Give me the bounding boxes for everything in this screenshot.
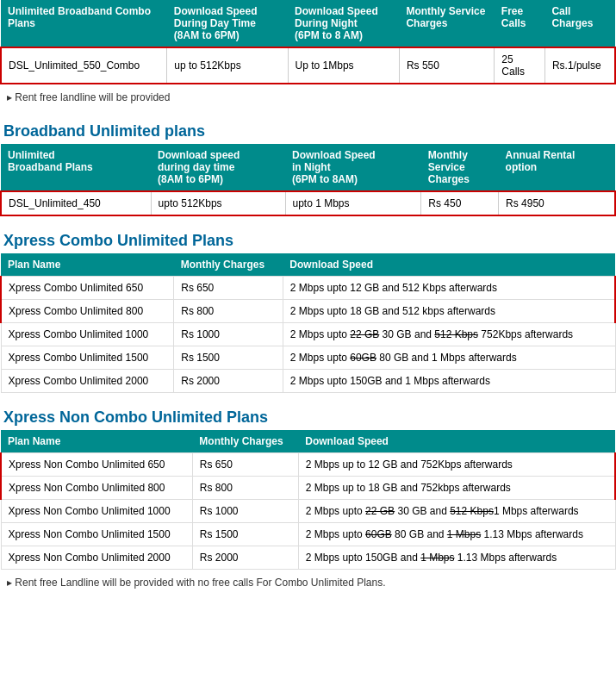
cell-plan: Xpress Non Combo Unlimited 2000 — [1, 546, 192, 570]
cell-free-calls: 25 Calls — [495, 47, 545, 84]
cell-plan: Xpress Non Combo Unlimited 650 — [1, 453, 192, 477]
cell-monthly: Rs 800 — [174, 300, 283, 323]
cell-call-charges: Rs.1/pulse — [544, 47, 615, 84]
strikethrough-text: 60GB — [350, 352, 376, 364]
strikethrough-text: 22 GB — [365, 505, 395, 517]
table-row: Xpress Non Combo Unlimited 1000 Rs 1000 … — [1, 500, 615, 523]
table-row: DSL_Unlimited_450 upto 512Kbps upto 1 Mb… — [1, 191, 615, 215]
cell-plan: Xpress Non Combo Unlimited 1000 — [1, 500, 192, 523]
xpress-combo-title: Xpress Combo Unlimited Plans — [0, 225, 616, 253]
broadband-unlimited-title: Broadband Unlimited plans — [0, 115, 616, 144]
table-row: DSL_Unlimited_550_Combo up to 512Kbps Up… — [1, 47, 615, 84]
cell-monthly: Rs 2000 — [174, 370, 283, 393]
xpress-non-combo-header-row: Plan Name Monthly Charges Download Speed — [1, 430, 615, 453]
cell-monthly: Rs 800 — [192, 477, 298, 500]
cell-plan: Xpress Combo Unlimited 1000 — [1, 323, 174, 346]
page-container: Unlimited Broadband Combo Plans Download… — [0, 0, 616, 592]
header-monthly: Monthly Charges — [192, 430, 298, 453]
cell-monthly: Rs 650 — [174, 277, 283, 300]
broadband-unlimited-table: UnlimitedBroadband Plans Download speedd… — [0, 144, 616, 216]
header-plan-name: Unlimited Broadband Combo Plans — [1, 0, 167, 47]
header-download: Download Speed — [298, 430, 615, 453]
cell-day: upto 512Kbps — [151, 191, 285, 215]
header-night-speed: Download Speed During Night(6PM to 8 AM) — [288, 0, 399, 47]
header-day-speed: Download speedduring day time(8AM to 6PM… — [151, 144, 285, 191]
table-row: Xpress Combo Unlimited 1000 Rs 1000 2 Mb… — [1, 323, 615, 346]
cell-night-speed: Up to 1Mbps — [288, 47, 399, 84]
combo-broadband-section: Unlimited Broadband Combo Plans Download… — [0, 0, 616, 107]
table-row: Xpress Non Combo Unlimited 1500 Rs 1500 … — [1, 523, 615, 546]
cell-day-speed: up to 512Kbps — [167, 47, 288, 84]
combo-broadband-header-row: Unlimited Broadband Combo Plans Download… — [1, 0, 615, 47]
strikethrough-text: 1 Mbps — [447, 528, 481, 540]
cell-speed: 2 Mbps up to 12 GB and 752Kbps afterward… — [298, 453, 615, 477]
header-day-speed: Download Speed During Day Time(8AM to 6P… — [167, 0, 288, 47]
cell-monthly: Rs 2000 — [192, 546, 298, 570]
cell-monthly: Rs 1500 — [174, 346, 283, 370]
xpress-non-combo-title: Xpress Non Combo Unlimited Plans — [0, 402, 616, 430]
xpress-combo-table: Plan Name Monthly Charges Download Speed… — [0, 253, 616, 393]
table-row: Xpress Non Combo Unlimited 650 Rs 650 2 … — [1, 453, 615, 477]
xpress-combo-section: Xpress Combo Unlimited Plans Plan Name M… — [0, 225, 616, 393]
header-call-charges: Call Charges — [544, 0, 615, 47]
header-plan: Plan Name — [1, 430, 192, 453]
xpress-non-combo-table: Plan Name Monthly Charges Download Speed… — [0, 430, 616, 570]
strikethrough-text: 512 Kbps — [450, 505, 494, 517]
cell-plan: DSL_Unlimited_450 — [1, 191, 151, 215]
cell-speed: 2 Mbps upto 150GB and 1 Mbps 1.13 Mbps a… — [298, 546, 615, 570]
cell-speed: 2 Mbps upto 60GB 80 GB and 1 Mbps 1.13 M… — [298, 523, 615, 546]
table-row: Xpress Non Combo Unlimited 2000 Rs 2000 … — [1, 546, 615, 570]
broadband-unlimited-section: Broadband Unlimited plans UnlimitedBroad… — [0, 115, 616, 216]
header-annual: Annual Rentaloption — [499, 144, 615, 191]
broadband-unlimited-header-row: UnlimitedBroadband Plans Download speedd… — [1, 144, 615, 191]
header-night-speed: Download Speedin Night(6PM to 8AM) — [285, 144, 421, 191]
cell-plan: DSL_Unlimited_550_Combo — [1, 47, 167, 84]
cell-speed: 2 Mbps upto 150GB and 1 Mbps afterwards — [283, 370, 615, 393]
header-monthly: MonthlyServiceCharges — [421, 144, 499, 191]
cell-monthly: Rs 1000 — [192, 500, 298, 523]
cell-annual: Rs 4950 — [499, 191, 615, 215]
cell-monthly: Rs 1000 — [174, 323, 283, 346]
cell-monthly: Rs 1500 — [192, 523, 298, 546]
strikethrough-text: 512 Kbps — [434, 328, 478, 340]
table-row: Xpress Combo Unlimited 800 Rs 800 2 Mbps… — [1, 300, 615, 323]
header-monthly-charges: Monthly Service Charges — [399, 0, 494, 47]
cell-monthly: Rs 450 — [421, 191, 499, 215]
strikethrough-text: 22 GB — [350, 328, 379, 340]
header-download: Download Speed — [283, 253, 615, 277]
cell-plan: Xpress Non Combo Unlimited 1500 — [1, 523, 192, 546]
combo-broadband-note: Rent free landline will be provided — [0, 88, 616, 107]
cell-monthly: Rs 650 — [192, 453, 298, 477]
cell-night: upto 1 Mbps — [285, 191, 421, 215]
cell-speed: 2 Mbps upto 22 GB 30 GB and 512 Kbps 752… — [283, 323, 615, 346]
strikethrough-text: 1 Mbps — [420, 552, 454, 564]
header-plan: UnlimitedBroadband Plans — [1, 144, 151, 191]
xpress-combo-header-row: Plan Name Monthly Charges Download Speed — [1, 253, 615, 277]
table-row: Xpress Combo Unlimited 650 Rs 650 2 Mbps… — [1, 277, 615, 300]
table-row: Xpress Non Combo Unlimited 800 Rs 800 2 … — [1, 477, 615, 500]
xpress-non-combo-note: Rent free Landline will be provided with… — [0, 573, 616, 592]
cell-plan: Xpress Combo Unlimited 1500 — [1, 346, 174, 370]
header-monthly: Monthly Charges — [174, 253, 283, 277]
header-free-calls: Free Calls — [495, 0, 545, 47]
cell-speed: 2 Mbps upto 22 GB 30 GB and 512 Kbps1 Mb… — [298, 500, 615, 523]
table-row: Xpress Combo Unlimited 2000 Rs 2000 2 Mb… — [1, 370, 615, 393]
table-row: Xpress Combo Unlimited 1500 Rs 1500 2 Mb… — [1, 346, 615, 370]
cell-plan: Xpress Combo Unlimited 800 — [1, 300, 174, 323]
cell-speed: 2 Mbps up to 18 GB and 752kbps afterward… — [298, 477, 615, 500]
cell-speed: 2 Mbps upto 12 GB and 512 Kbps afterward… — [283, 277, 615, 300]
cell-plan: Xpress Combo Unlimited 650 — [1, 277, 174, 300]
xpress-non-combo-section: Xpress Non Combo Unlimited Plans Plan Na… — [0, 402, 616, 592]
cell-plan: Xpress Non Combo Unlimited 800 — [1, 477, 192, 500]
cell-speed: 2 Mbps upto 60GB 80 GB and 1 Mbps afterw… — [283, 346, 615, 370]
cell-monthly: Rs 550 — [399, 47, 494, 84]
cell-speed: 2 Mbps upto 18 GB and 512 kbps afterward… — [283, 300, 615, 323]
cell-plan: Xpress Combo Unlimited 2000 — [1, 370, 174, 393]
combo-broadband-table: Unlimited Broadband Combo Plans Download… — [0, 0, 616, 84]
strikethrough-text: 60GB — [365, 528, 392, 540]
header-plan: Plan Name — [1, 253, 174, 277]
